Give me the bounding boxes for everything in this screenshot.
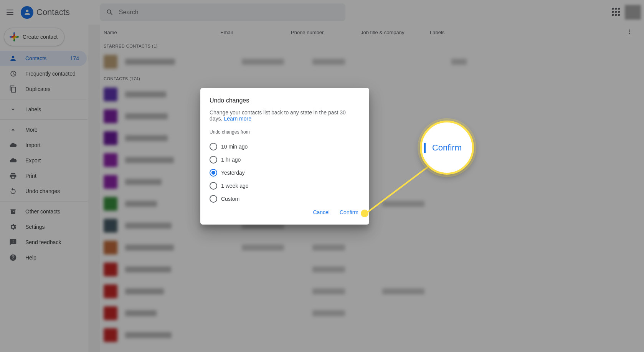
dialog-title: Undo changes (210, 97, 360, 104)
radio-label: 1 week ago (221, 183, 249, 189)
radio-1week[interactable]: 1 week ago (210, 179, 360, 192)
radio-custom[interactable]: Custom (210, 192, 360, 205)
radio-1hr[interactable]: 1 hr ago (210, 153, 360, 166)
dialog-from-label: Undo changes from (210, 129, 360, 135)
learn-more-link[interactable]: Learn more (224, 116, 251, 122)
radio-10min[interactable]: 10 min ago (210, 140, 360, 153)
callout-text: Confirm (432, 143, 462, 153)
confirm-button[interactable]: Confirm (338, 206, 360, 218)
callout-magnifier: Confirm (420, 121, 474, 175)
undo-changes-dialog: Undo changes Change your contacts list b… (200, 88, 369, 225)
cancel-button[interactable]: Cancel (311, 206, 331, 218)
dialog-description: Change your contacts list back to any st… (210, 109, 360, 122)
callout-marker (361, 210, 368, 217)
radio-yesterday[interactable]: Yesterday (210, 166, 360, 179)
radio-label: Yesterday (221, 170, 245, 176)
radio-label: Custom (221, 196, 239, 202)
radio-label: 1 hr ago (221, 157, 241, 163)
radio-label: 10 min ago (221, 144, 248, 150)
